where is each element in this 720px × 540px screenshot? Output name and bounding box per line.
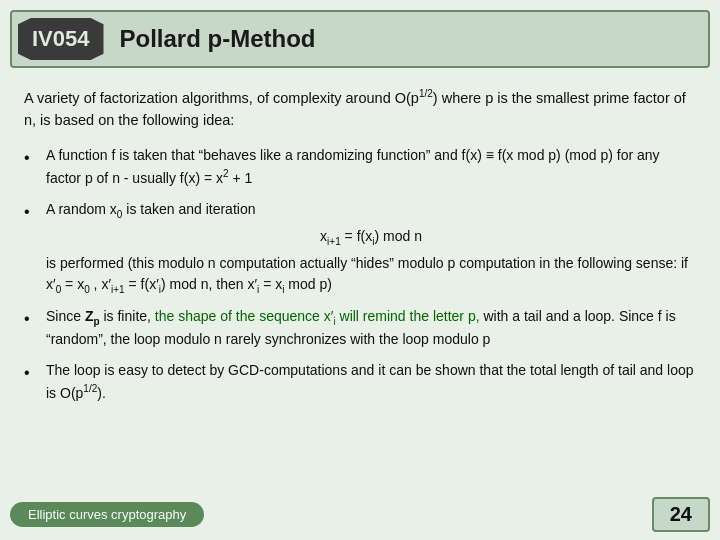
bullet-text-2: A random x0 is taken and iteration xi+1 … bbox=[46, 199, 696, 296]
bullet-item-4: • The loop is easy to detect by GCD-comp… bbox=[24, 360, 696, 404]
bullet-list: • A function f is taken that “behaves li… bbox=[24, 145, 696, 404]
header: IV054 Pollard p-Method bbox=[10, 10, 710, 68]
bullet-item-1: • A function f is taken that “behaves li… bbox=[24, 145, 696, 189]
footer: Elliptic curves cryptography 24 bbox=[10, 497, 710, 532]
bullet-text-3: Since Zp is finite, the shape of the seq… bbox=[46, 306, 696, 350]
bullet-text-4: The loop is easy to detect by GCD-comput… bbox=[46, 360, 696, 404]
intro-paragraph: A variety of factorization algorithms, o… bbox=[24, 86, 696, 131]
course-badge: IV054 bbox=[18, 18, 104, 60]
bullet-text-1: A function f is taken that “behaves like… bbox=[46, 145, 696, 189]
zp-label: Zp bbox=[85, 308, 100, 324]
bullet-item-3: • Since Zp is finite, the shape of the s… bbox=[24, 306, 696, 350]
math-formula: xi+1 = f(xi) mod n bbox=[46, 226, 696, 249]
bullet-dot-4: • bbox=[24, 361, 40, 385]
bullet-dot-1: • bbox=[24, 146, 40, 170]
highlight-text: the shape of the sequence x′i will remin… bbox=[155, 308, 480, 324]
main-content: A variety of factorization algorithms, o… bbox=[14, 78, 706, 422]
slide-title: Pollard p-Method bbox=[104, 15, 332, 63]
bullet-dot-2: • bbox=[24, 200, 40, 224]
bullet-dot-3: • bbox=[24, 307, 40, 331]
page-number: 24 bbox=[652, 497, 710, 532]
footer-course-label: Elliptic curves cryptography bbox=[10, 502, 204, 527]
bullet-item-2: • A random x0 is taken and iteration xi+… bbox=[24, 199, 696, 296]
